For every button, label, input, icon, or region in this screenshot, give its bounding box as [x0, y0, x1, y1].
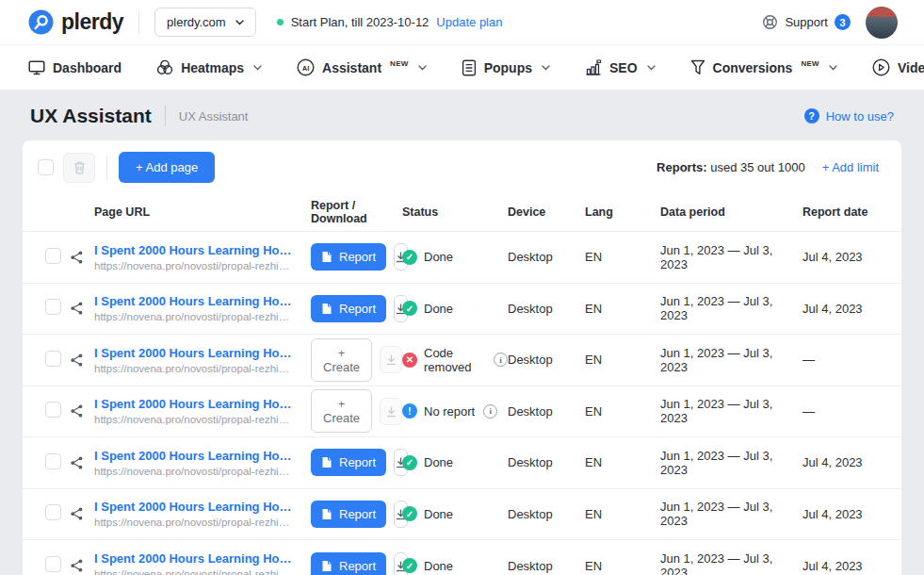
- add-page-button[interactable]: + Add page: [119, 152, 215, 183]
- row-checkbox[interactable]: [45, 556, 61, 572]
- share-icon[interactable]: [70, 506, 84, 521]
- page-title-link[interactable]: I Spent 2000 Hours Learning How To Learn…: [94, 294, 298, 308]
- toolbar: + Add page Reports: used 35 out 1000 + A…: [23, 140, 901, 192]
- select-all-checkbox[interactable]: [38, 159, 54, 175]
- create-button-label: + Create: [323, 346, 360, 374]
- reports-counter-usage: used 35 out 1000: [710, 160, 804, 174]
- table-row: I Spent 2000 Hours Learning How To Learn…: [23, 489, 901, 541]
- brand[interactable]: plerdy: [28, 9, 123, 35]
- page-title-link[interactable]: I Spent 2000 Hours Learning How To Learn…: [94, 346, 298, 360]
- reports-card: + Add page Reports: used 35 out 1000 + A…: [23, 140, 901, 575]
- user-avatar[interactable]: [866, 7, 898, 39]
- how-to-use-link[interactable]: How to use?: [826, 109, 894, 123]
- table-row: I Spent 2000 Hours Learning How To Learn…: [23, 540, 901, 575]
- report-button[interactable]: Report: [311, 243, 386, 271]
- plan-status-wrap: Start Plan, till 2023-10-12 Update plan: [277, 15, 503, 29]
- chevron-down-icon: [829, 65, 837, 71]
- support-label: Support: [785, 15, 828, 29]
- create-button[interactable]: + Create: [311, 389, 372, 433]
- report-date-cell: —: [802, 404, 879, 419]
- status-icon: ✓: [402, 250, 417, 265]
- row-checkbox[interactable]: [45, 351, 61, 367]
- device-cell: Desktop: [508, 353, 585, 367]
- update-plan-link[interactable]: Update plan: [436, 15, 502, 29]
- nav-item-video[interactable]: Video: [872, 58, 924, 76]
- page-url: https://novena.pro/novosti/propal-rezhim…: [94, 363, 298, 374]
- report-document-icon: [321, 560, 332, 572]
- how-to-use[interactable]: ? How to use?: [804, 108, 894, 123]
- domain-selector[interactable]: plerdy.com: [154, 8, 256, 37]
- report-document-icon: [321, 303, 332, 315]
- report-button[interactable]: Report: [311, 501, 386, 528]
- col-header-data-period: Data period: [660, 205, 802, 219]
- report-document-icon: [321, 456, 332, 468]
- status-text: Done: [424, 302, 453, 316]
- share-icon[interactable]: [70, 353, 84, 368]
- nav-item-assistant[interactable]: AI Assistant NEW: [297, 58, 427, 76]
- plerdy-logo-icon: [28, 9, 54, 35]
- nav-item-seo[interactable]: SEO: [585, 59, 656, 75]
- share-icon[interactable]: [70, 403, 84, 419]
- data-period-cell: Jun 1, 2023 — Jul 3, 2023: [660, 243, 802, 271]
- nav-item-heatmaps[interactable]: Heatmaps: [156, 59, 262, 75]
- domain-selector-value: plerdy.com: [167, 15, 226, 29]
- lang-cell: EN: [585, 353, 660, 367]
- trash-icon: [73, 161, 86, 174]
- page-title-link[interactable]: I Spent 2000 Hours Learning How To Learn…: [94, 449, 298, 463]
- nav-item-dashboard[interactable]: Dashboard: [28, 60, 122, 75]
- create-button[interactable]: + Create: [311, 338, 372, 382]
- ai-icon: AI: [297, 58, 315, 76]
- download-button[interactable]: [380, 398, 402, 425]
- report-button-label: Report: [339, 559, 376, 573]
- row-checkbox[interactable]: [45, 504, 61, 520]
- support-button[interactable]: Support 3: [762, 14, 851, 30]
- support-badge: 3: [835, 14, 851, 30]
- share-icon[interactable]: [70, 455, 84, 470]
- share-icon[interactable]: [70, 250, 84, 265]
- info-icon[interactable]: i: [494, 353, 508, 367]
- table-row: I Spent 2000 Hours Learning How To Learn…: [23, 335, 901, 386]
- row-checkbox[interactable]: [45, 248, 61, 264]
- page-title-link[interactable]: I Spent 2000 Hours Learning How To Learn…: [94, 500, 298, 514]
- status-text: Done: [424, 250, 453, 264]
- data-period-cell: Jun 1, 2023 — Jul 3, 2023: [660, 294, 802, 322]
- page-url: https://novena.pro/novosti/propal-rezhim…: [94, 517, 298, 528]
- row-checkbox[interactable]: [45, 402, 61, 418]
- status-icon: ✓: [402, 506, 417, 521]
- report-button-label: Report: [339, 507, 376, 521]
- report-button-label: Report: [339, 455, 376, 469]
- new-badge: NEW: [390, 59, 409, 68]
- nav-item-popups[interactable]: Popups: [462, 59, 550, 76]
- report-button[interactable]: Report: [311, 449, 386, 476]
- share-icon[interactable]: [70, 558, 84, 573]
- download-button[interactable]: [380, 346, 402, 373]
- row-checkbox[interactable]: [45, 453, 61, 469]
- page-url: https://novena.pro/novosti/propal-rezhim…: [94, 414, 298, 425]
- add-limit-link[interactable]: + Add limit: [822, 160, 879, 174]
- nav-item-conversions[interactable]: Conversions NEW: [690, 59, 837, 75]
- page-title-link[interactable]: I Spent 2000 Hours Learning How To Learn…: [94, 397, 298, 411]
- video-play-icon: [872, 58, 890, 76]
- main-nav: Dashboard Heatmaps AI Assistant NEW Popu…: [0, 45, 924, 90]
- page-title: UX Assistant: [30, 105, 152, 127]
- chevron-down-icon: [647, 65, 656, 71]
- header-right: Support 3: [762, 7, 898, 39]
- row-checkbox[interactable]: [45, 299, 61, 315]
- breadcrumb: UX Assistant: [179, 109, 249, 123]
- share-icon[interactable]: [70, 301, 84, 316]
- seo-chart-icon: [585, 59, 602, 75]
- status-text: No report: [424, 404, 475, 419]
- info-icon[interactable]: i: [483, 404, 497, 419]
- report-button[interactable]: Report: [311, 552, 386, 575]
- col-header-report-download: Report / Download: [311, 199, 402, 225]
- page-title-link[interactable]: I Spent 2000 Hours Learning How To Learn…: [94, 551, 298, 566]
- chevron-down-icon: [418, 65, 427, 71]
- report-date-cell: Jul 4, 2023: [802, 302, 879, 316]
- report-date-cell: Jul 4, 2023: [802, 507, 879, 521]
- status-icon: ✕: [402, 353, 417, 368]
- page-title-link[interactable]: I Spent 2000 Hours Learning How To Learn…: [94, 243, 298, 257]
- report-button[interactable]: Report: [311, 295, 386, 322]
- report-date-cell: Jul 4, 2023: [802, 250, 879, 264]
- delete-button[interactable]: [63, 153, 95, 183]
- status-text: Done: [424, 559, 453, 573]
